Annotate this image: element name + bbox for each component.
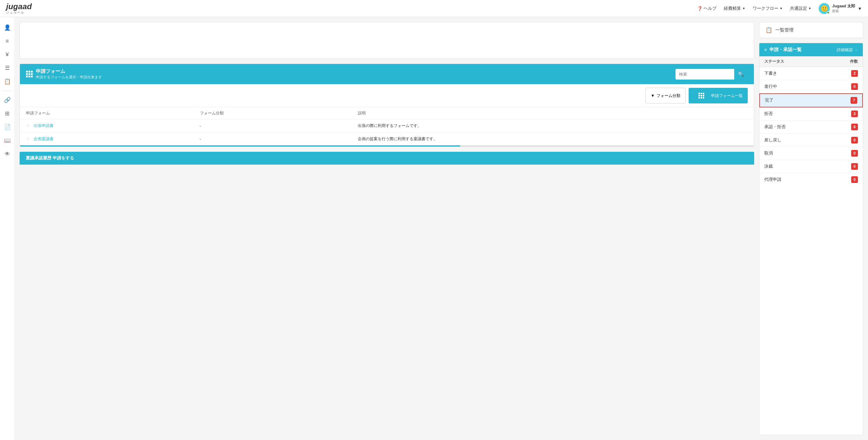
- status-dot: [827, 11, 830, 14]
- sidebar-divider: [2, 91, 12, 91]
- form-desc-cell: 企画の提案を行う際に利用する稟議書です。: [352, 132, 754, 146]
- approval-status-label: 決裁: [764, 164, 773, 169]
- search-button[interactable]: 🔍: [734, 69, 748, 80]
- list-mgmt-card[interactable]: 📋 一覧管理: [759, 22, 863, 38]
- col-header-category: フォーム分類: [194, 107, 352, 119]
- list-mgmt-icon: 📋: [766, 27, 772, 33]
- doc-sidebar-icon: 📋: [4, 78, 11, 85]
- form-link[interactable]: 企画稟議書: [34, 136, 54, 141]
- scroll-thumb: [20, 145, 460, 147]
- sidebar-item-share[interactable]: 🔗: [2, 95, 13, 105]
- sidebar-item-book[interactable]: 📖: [2, 135, 13, 146]
- approval-count-badge: 7: [850, 97, 857, 104]
- expense-label: 経費精算: [724, 6, 741, 11]
- expense-chevron-icon: ▼: [742, 7, 745, 10]
- settings-label: 共通設定: [790, 6, 807, 11]
- help-label: ヘルプ: [704, 6, 716, 11]
- count-col-header: 件数: [850, 59, 858, 64]
- grid-dots-icon: [26, 71, 33, 77]
- top-card: [20, 22, 754, 59]
- form-card-title: 申請フォーム: [36, 68, 102, 75]
- approval-status-label: 完了: [765, 98, 773, 103]
- approval-count-badge: 2: [851, 70, 858, 77]
- help-nav-item[interactable]: ❓ ヘルプ: [697, 6, 716, 11]
- form-desc-cell: 出張の際に利用するフォームです。: [352, 119, 754, 132]
- logo-sub: ジュガール: [6, 10, 25, 15]
- star-icon[interactable]: ☆: [26, 136, 30, 141]
- approval-rows: 下書き 2 進行中 0 完了 7 拒否 3 承認・拒否 8 差し戻し 0 取消 …: [760, 67, 863, 186]
- col-header-form: 申請フォーム: [20, 107, 194, 119]
- form-list-button[interactable]: 申請フォーム一覧: [689, 88, 748, 103]
- scroll-indicator: [20, 145, 754, 147]
- approval-row-item[interactable]: 差し戻し 0: [760, 134, 863, 147]
- list-mgmt-label: 一覧管理: [775, 27, 794, 33]
- form-search: 🔍: [676, 69, 748, 80]
- approval-detail-link[interactable]: 詳細確認 →: [837, 47, 858, 53]
- approval-list-icon: ≡: [764, 47, 767, 52]
- approval-row-item[interactable]: 完了 7: [760, 93, 863, 107]
- approval-row-item[interactable]: 代理申請 0: [760, 173, 863, 186]
- help-circle-icon: ❓: [697, 6, 703, 11]
- user-name: Jugaad 太郎: [832, 3, 855, 9]
- approval-status-label: 承認・拒否: [764, 124, 786, 130]
- sidebar-item-yen[interactable]: ¥: [2, 49, 13, 60]
- sidebar-item-clipboard[interactable]: 📄: [2, 122, 13, 132]
- approval-row-item[interactable]: 決裁 0: [760, 160, 863, 173]
- list-grid-icon: [693, 90, 709, 101]
- settings-chevron-icon: ▼: [808, 7, 811, 10]
- search-input[interactable]: [676, 69, 734, 79]
- form-table: 申請フォーム フォーム分類 説明 ☆ 出張申請書 - 出張の際に利用するフォーム…: [20, 107, 754, 145]
- approval-status-label: 拒否: [764, 111, 773, 117]
- form-category-cell: -: [194, 119, 352, 132]
- app-layout: 👤 ≡ ¥ ☰ 📋 🔗 ⊞ 📄 📖 👁: [0, 17, 868, 440]
- form-card: 申請フォーム 申請するフォームを選択・申請出来ます 🔍 ▼ フォーム分類: [20, 64, 754, 147]
- bottom-section: 稟議承認履歴 申請をする: [20, 152, 754, 165]
- settings-nav-item[interactable]: 共通設定 ▼: [790, 6, 811, 11]
- approval-row-item[interactable]: 拒否 3: [760, 107, 863, 121]
- sidebar-item-doc[interactable]: 📋: [2, 76, 13, 87]
- approval-count-badge: 0: [851, 176, 858, 183]
- table-row: ☆ 出張申請書 - 出張の際に利用するフォームです。: [20, 119, 754, 132]
- filter-button[interactable]: ▼ フォーム分類: [646, 88, 686, 103]
- approval-status-label: 取消: [764, 151, 773, 156]
- menu-sidebar-icon: ☰: [5, 65, 10, 71]
- expense-nav-item[interactable]: 経費精算 ▼: [724, 6, 745, 11]
- approval-card: ≡ 申請・承認一覧 詳細確認 → ステータス 件数 下書き 2 進行中 0: [759, 43, 863, 435]
- form-card-titles: 申請フォーム 申請するフォームを選択・申請出来ます: [36, 68, 102, 80]
- filter-icon: ▼: [651, 93, 655, 98]
- approval-status-label: 進行中: [764, 84, 777, 89]
- sidebar-item-user[interactable]: 👤: [2, 22, 13, 33]
- sidebar-item-menu[interactable]: ☰: [2, 62, 13, 73]
- approval-row-item[interactable]: 承認・拒否 8: [760, 121, 863, 134]
- approval-row-item[interactable]: 取消 0: [760, 147, 863, 160]
- form-card-toolbar: ▼ フォーム分類: [20, 84, 754, 107]
- sidebar-item-profile[interactable]: 👁: [2, 148, 13, 159]
- workflow-nav-item[interactable]: ワークフロー ▼: [753, 6, 783, 11]
- col-header-desc: 説明: [352, 107, 754, 119]
- form-card-subtitle: 申請するフォームを選択・申請出来ます: [36, 75, 102, 80]
- approval-count-badge: 8: [851, 124, 858, 130]
- form-link[interactable]: 出張申請書: [34, 123, 54, 128]
- book-sidebar-icon: 📖: [4, 137, 11, 144]
- approval-count-badge: 0: [851, 137, 858, 144]
- user-sidebar-icon: 👤: [4, 24, 11, 31]
- approval-row-item[interactable]: 下書き 2: [760, 67, 863, 80]
- sidebar: 👤 ≡ ¥ ☰ 📋 🔗 ⊞ 📄 📖 👁: [0, 17, 15, 440]
- user-menu[interactable]: 🙂 Jugaad 太郎 部長 ▼: [819, 3, 862, 14]
- approval-count-badge: 0: [851, 163, 858, 170]
- approval-title-text: 申請・承認一覧: [770, 47, 802, 53]
- arrow-icon: →: [854, 48, 858, 52]
- grid-sidebar-icon: ⊞: [5, 110, 9, 117]
- user-chevron-icon: ▼: [858, 6, 862, 11]
- sidebar-item-grid[interactable]: ⊞: [2, 108, 13, 119]
- star-icon[interactable]: ☆: [26, 123, 30, 128]
- detail-link-label: 詳細確認: [837, 47, 853, 53]
- profile-sidebar-icon: 👁: [5, 151, 10, 157]
- approval-card-header: ≡ 申請・承認一覧 詳細確認 →: [760, 43, 863, 56]
- sidebar-item-list[interactable]: ≡: [2, 35, 13, 46]
- logo-text: jugaad: [6, 2, 32, 10]
- table-row: ☆ 企画稟議書 - 企画の提案を行う際に利用する稟議書です。: [20, 132, 754, 146]
- approval-row-item[interactable]: 進行中 0: [760, 80, 863, 93]
- avatar: 🙂: [819, 3, 830, 14]
- approval-count-badge: 0: [851, 83, 858, 90]
